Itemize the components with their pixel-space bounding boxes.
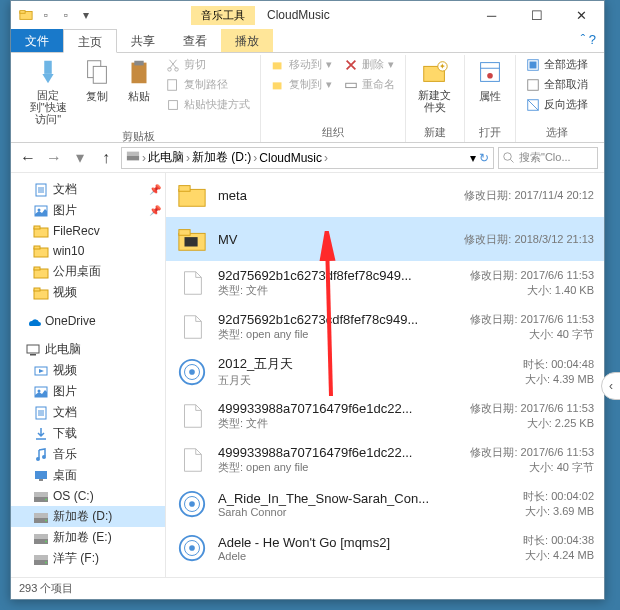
file-row[interactable]: 499933988a70716479f6e1dc22... 类型: open a… [166, 438, 604, 482]
clipboard-group-label: 剪贴板 [122, 127, 155, 146]
file-row[interactable]: 2012_五月天 五月天 时长: 00:04:48 大小: 4.39 MB [166, 349, 604, 394]
svg-rect-6 [134, 61, 143, 66]
newfolder-label: 新建文件夹 [416, 89, 454, 113]
titlebar: ▫ ▫ ▾ 音乐工具 CloudMusic ─ ☐ ✕ [11, 1, 604, 29]
file-list[interactable]: meta 修改日期: 2017/11/4 20:12 MV 修改日期: 2018… [166, 173, 604, 577]
back-button[interactable]: ← [17, 147, 39, 169]
paste-button[interactable]: 粘贴 [120, 55, 158, 127]
history-dropdown[interactable]: ▾ [69, 147, 91, 169]
file-meta-1: 时长: 00:04:02 [523, 489, 594, 504]
share-tab[interactable]: 共享 [117, 29, 169, 52]
drive-icon [126, 149, 140, 166]
copyto-button[interactable]: 复制到 ▾ [267, 75, 336, 94]
home-tab[interactable]: 主页 [63, 29, 117, 53]
moveto-button[interactable]: 移动到 ▾ [267, 55, 336, 74]
svg-rect-1 [20, 11, 25, 14]
svg-rect-45 [35, 471, 47, 479]
up-button[interactable]: ↑ [95, 147, 117, 169]
breadcrumb-bar[interactable]: › 此电脑 › 新加卷 (D:) › CloudMusic › ▾ ↻ [121, 147, 494, 169]
invert-button[interactable]: 反向选择 [522, 95, 592, 114]
file-icon [176, 400, 208, 432]
nav-item[interactable]: 新加卷 (D:) [11, 506, 165, 527]
file-meta-2: 大小: 40 字节 [470, 460, 594, 475]
nav-item[interactable]: 下载 [11, 423, 165, 444]
nav-item[interactable]: win10 [11, 241, 165, 261]
forward-button[interactable]: → [43, 147, 65, 169]
svg-rect-9 [167, 79, 176, 90]
nav-item[interactable]: 文档 [11, 402, 165, 423]
svg-rect-46 [39, 479, 43, 481]
file-subtitle: 类型: 文件 [218, 416, 462, 431]
qat-dropdown[interactable]: ▾ [79, 8, 93, 22]
delete-button[interactable]: 删除 ▾ [340, 55, 399, 74]
file-name: 92d75692b1c6273df8fef78c949... [218, 268, 462, 283]
select-group-label: 选择 [546, 123, 568, 142]
newfolder-button[interactable]: ✦ 新建文件夹 [412, 55, 458, 115]
folder-icon [33, 285, 49, 301]
file-row[interactable]: 92d75692b1c6273df8fef78c949... 类型: 文件 修改… [166, 261, 604, 305]
svg-point-68 [189, 501, 195, 507]
file-row[interactable]: MV 修改日期: 2018/3/12 21:13 [166, 217, 604, 261]
nav-this-pc[interactable]: 此电脑 [11, 339, 165, 360]
file-tab[interactable]: 文件 [11, 29, 63, 52]
svg-point-25 [504, 152, 512, 160]
nav-item[interactable]: 视频 [11, 282, 165, 303]
nav-item[interactable]: 洋芋 (F:) [11, 548, 165, 569]
properties-button[interactable]: 属性 [471, 55, 509, 106]
crumb[interactable]: CloudMusic › [259, 151, 328, 165]
crumb[interactable]: 新加卷 (D:) › [192, 149, 257, 166]
qat-btn[interactable]: ▫ [39, 8, 53, 22]
close-button[interactable]: ✕ [559, 1, 604, 29]
file-row[interactable]: Adele - He Won't Go [mqms2] Adele 时长: 00… [166, 526, 604, 570]
nav-item[interactable]: 图片📌 [11, 200, 165, 221]
search-input[interactable]: 搜索"Clo... [498, 147, 598, 169]
music-icon [176, 532, 208, 564]
nav-item[interactable]: 音乐 [11, 444, 165, 465]
nav-onedrive[interactable]: OneDrive [11, 311, 165, 331]
play-tab[interactable]: 播放 [221, 29, 273, 52]
file-icon [176, 311, 208, 343]
copy-button[interactable]: 复制 [78, 55, 116, 127]
file-meta-1: 时长: 00:04:38 [523, 533, 594, 548]
paste-shortcut-button[interactable]: 粘贴快捷方式 [162, 95, 254, 114]
doc-icon [33, 405, 49, 421]
pin-quickaccess-button[interactable]: 固定到"快速访问" [23, 55, 74, 127]
copypath-button[interactable]: 复制路径 [162, 75, 254, 94]
nav-item[interactable]: 新加卷 (E:) [11, 527, 165, 548]
folder-icon [176, 179, 208, 211]
rename-button[interactable]: 重命名 [340, 75, 399, 94]
file-meta-2: 大小: 2.25 KB [470, 416, 594, 431]
view-tab[interactable]: 查看 [169, 29, 221, 52]
minimize-button[interactable]: ─ [469, 1, 514, 29]
nav-item[interactable]: 公用桌面 [11, 261, 165, 282]
nav-item[interactable]: OS (C:) [11, 486, 165, 506]
file-meta-1: 修改日期: 2017/11/4 20:12 [464, 188, 594, 203]
nav-item[interactable]: 图片 [11, 381, 165, 402]
maximize-button[interactable]: ☐ [514, 1, 559, 29]
file-row[interactable]: meta 修改日期: 2017/11/4 20:12 [166, 173, 604, 217]
folder-icon [33, 243, 49, 259]
help-button[interactable]: ˆ ? [573, 29, 604, 52]
folder-icon [33, 264, 49, 280]
file-row[interactable]: A_Ride_In_The_Snow-Sarah_Con... Sarah Co… [166, 482, 604, 526]
file-meta-1: 修改日期: 2017/6/6 11:53 [470, 401, 594, 416]
svg-point-55 [45, 540, 47, 542]
selectall-button[interactable]: 全部选择 [522, 55, 592, 74]
qat-btn[interactable]: ▫ [59, 8, 73, 22]
nav-item[interactable]: 视频 [11, 360, 165, 381]
selectnone-button[interactable]: 全部取消 [522, 75, 592, 94]
nav-item[interactable]: 文档📌 [11, 179, 165, 200]
file-row[interactable]: 499933988a70716479f6e1dc22... 类型: 文件 修改日… [166, 394, 604, 438]
file-row[interactable]: 92d75692b1c6273cdf8fef78c949... 类型: open… [166, 305, 604, 349]
nav-item[interactable]: FileRecv [11, 221, 165, 241]
svg-rect-11 [272, 62, 281, 69]
file-name: 92d75692b1c6273cdf8fef78c949... [218, 312, 462, 327]
cut-button[interactable]: 剪切 [162, 55, 254, 74]
file-meta-1: 修改日期: 2017/6/6 11:53 [470, 312, 594, 327]
nav-item[interactable]: 桌面 [11, 465, 165, 486]
svg-point-65 [189, 369, 195, 375]
svg-point-18 [487, 73, 493, 79]
nav-pane[interactable]: 文档📌图片📌FileRecvwin10公用桌面视频OneDrive此电脑视频图片… [11, 173, 166, 577]
paste-label: 粘贴 [128, 89, 150, 104]
crumb[interactable]: 此电脑 › [148, 149, 190, 166]
